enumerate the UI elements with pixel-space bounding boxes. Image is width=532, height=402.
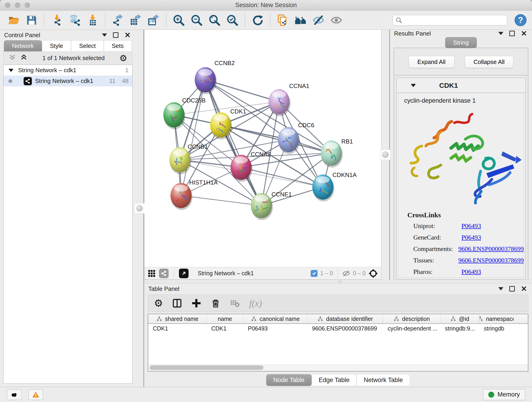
crosslink-value-link[interactable]: 9606.ENSP00000378699 (458, 245, 524, 253)
grid-view-icon[interactable] (147, 269, 156, 278)
crosslink-value-link[interactable]: P06493 (462, 234, 481, 241)
first-neighbors-button[interactable] (292, 12, 309, 28)
cloud-button[interactable] (7, 389, 22, 400)
help-button[interactable]: ? (515, 14, 526, 26)
network-node-cdkn1a[interactable]: CDKN1A (312, 172, 357, 201)
column-header-shared-name[interactable]: shared name (148, 314, 207, 323)
export-image-button[interactable] (145, 12, 162, 28)
network-node-hist1h1a[interactable]: HIST1H1A (171, 179, 218, 210)
network-graph[interactable]: CCNB2CCNA1CDC25BCDK1CDC6RB1CCNB1CCNA2CDK… (144, 30, 381, 266)
memory-button[interactable]: Memory (483, 389, 525, 400)
network-node-cdc6[interactable]: CDC6 (278, 122, 314, 154)
tab-edge-table[interactable]: Edge Table (312, 374, 357, 386)
left-splitter[interactable] (136, 30, 143, 387)
table-cell[interactable]: CDK1 (148, 324, 207, 333)
tab-style[interactable]: Style (42, 40, 71, 51)
tab-select[interactable]: Select (71, 40, 104, 51)
search-box[interactable] (393, 15, 507, 26)
scrollbar-thumb[interactable] (150, 365, 264, 370)
table-cell[interactable]: stringdb:9... (440, 324, 479, 333)
close-panel-icon[interactable]: ✕ (124, 32, 131, 39)
network-node-rb1[interactable]: RB1 (321, 138, 353, 167)
zoom-fit-button[interactable] (206, 12, 223, 28)
open-session-button[interactable] (6, 12, 22, 28)
network-badge-icon[interactable] (159, 269, 169, 278)
table-cell[interactable]: stringdb (479, 324, 514, 333)
float-panel-icon[interactable] (113, 32, 119, 38)
network-row[interactable]: String Network – cdk1 11 48 (3, 76, 132, 86)
table-cell[interactable]: CDK1 (207, 324, 243, 333)
fit-selected-crosshair-icon[interactable] (368, 269, 378, 278)
close-panel-icon[interactable]: ✕ (521, 285, 527, 293)
float-panel-icon[interactable] (509, 286, 515, 292)
show-all-button[interactable] (328, 12, 345, 28)
crosslink-value-link[interactable]: 9606.ENSP00000378699 (458, 257, 524, 264)
zoom-selected-button[interactable] (224, 12, 241, 28)
save-session-button[interactable] (23, 12, 40, 28)
collapse-all-button[interactable]: Collapse All (465, 56, 514, 68)
crosslink-value-link[interactable]: P06493 (462, 222, 481, 230)
save-floppy-icon (26, 14, 38, 26)
import-network-database-button[interactable] (66, 12, 83, 28)
shared-column-icon (317, 316, 323, 322)
expand-all-button[interactable]: Expand All (409, 56, 455, 68)
horizontal-splitter[interactable] (144, 280, 532, 283)
apply-layout-button[interactable] (249, 12, 266, 28)
table-cell[interactable]: 9606.ENSP00000378699 (307, 324, 383, 333)
birdseye-view-icon[interactable] (179, 269, 189, 278)
gene-card-header[interactable]: CDK1 (397, 78, 525, 93)
panel-menu-icon[interactable] (498, 32, 503, 35)
column-header--id[interactable]: @id (440, 314, 479, 323)
right-splitter[interactable] (381, 30, 389, 280)
tab-node-table[interactable]: Node Table (266, 374, 312, 386)
panel-menu-icon[interactable] (498, 287, 503, 290)
tab-sets[interactable]: Sets (104, 40, 132, 51)
zoom-in-button[interactable] (171, 12, 187, 28)
tab-string[interactable]: String (445, 37, 477, 48)
export-network-button[interactable] (109, 12, 126, 28)
column-header-name[interactable]: name (207, 314, 243, 323)
column-header-description[interactable]: description (383, 314, 440, 323)
crosslink-value-link[interactable]: P06493 (462, 268, 481, 275)
table-cell[interactable]: P06493 (243, 324, 307, 333)
network-edge[interactable] (205, 80, 261, 206)
network-edge[interactable] (181, 196, 261, 206)
panel-menu-icon[interactable] (102, 33, 107, 37)
table-row[interactable]: CDK1CDK1P064939606.ENSP00000378699cyclin… (148, 324, 528, 333)
show-columns-icon[interactable] (172, 298, 182, 308)
column-header-canonical-name[interactable]: canonical name (243, 314, 307, 323)
column-header-namespace[interactable]: namespace (479, 314, 514, 323)
collapse-gene-icon[interactable] (411, 84, 416, 87)
network-node-ccnb2[interactable]: CCNB2 (195, 60, 234, 94)
network-canvas[interactable]: CCNB2CCNA1CDC25BCDK1CDC6RB1CCNB1CCNA2CDK… (144, 30, 381, 267)
share-icon (25, 78, 31, 84)
import-table-file-button[interactable] (84, 12, 101, 28)
export-table-button[interactable] (127, 12, 144, 28)
float-panel-icon[interactable] (509, 31, 515, 36)
add-column-icon[interactable] (191, 298, 201, 308)
expand-all-networks-icon[interactable] (20, 53, 28, 63)
main-toolbar: ? (0, 11, 532, 30)
search-input[interactable] (404, 17, 504, 23)
table-cell[interactable]: cyclin-dependent ... (383, 324, 440, 333)
import-network-file-button[interactable] (49, 12, 65, 28)
tab-network[interactable]: Network (4, 40, 42, 51)
hide-selected-button[interactable] (310, 12, 327, 28)
zoom-out-button[interactable] (188, 12, 205, 28)
control-panel-header: Control Panel ✕ (0, 30, 136, 40)
selected-checkbox-icon[interactable] (311, 270, 317, 277)
collapse-all-networks-icon[interactable] (8, 53, 16, 63)
duplicate-network-button[interactable] (274, 12, 291, 28)
close-panel-icon[interactable]: ✕ (521, 30, 527, 37)
table-options-gear-icon[interactable]: ⚙ (154, 298, 163, 308)
column-header-database-identifier[interactable]: database identifier (307, 314, 383, 323)
network-node-ccne1[interactable]: CCNE1 (251, 191, 292, 220)
delete-column-icon[interactable] (210, 298, 221, 308)
network-node-cdc25b[interactable]: CDC25B (163, 97, 206, 129)
network-collection-row[interactable]: String Network – cdk1 1 (3, 65, 132, 76)
tree-expand-icon[interactable] (8, 69, 13, 72)
network-options-gear-icon[interactable]: ⚙ (119, 54, 127, 63)
tab-network-table[interactable]: Network Table (357, 374, 410, 386)
warnings-button[interactable] (28, 389, 43, 400)
table-horizontal-scrollbar[interactable] (148, 364, 528, 371)
